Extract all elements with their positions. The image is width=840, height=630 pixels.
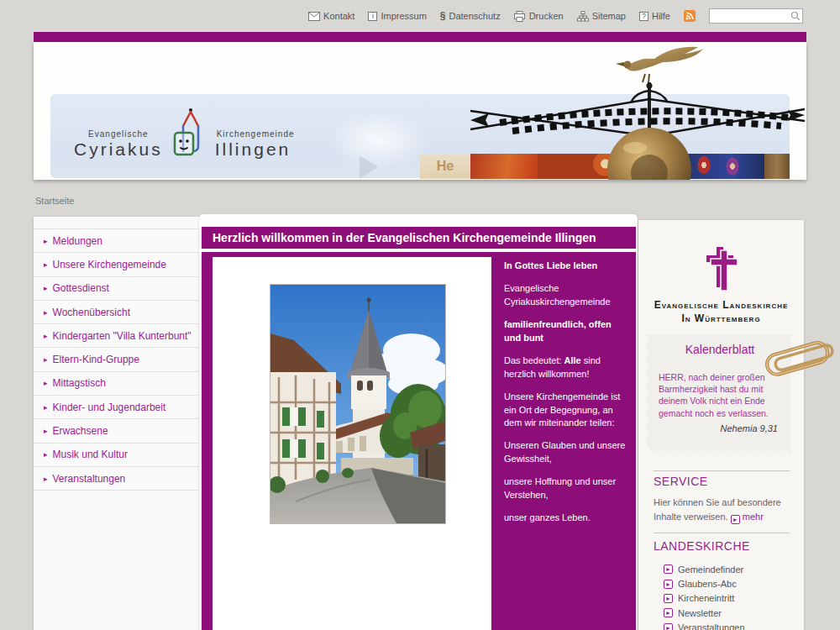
welcome-p1: Evangelische Cyriakuskirchengemeinde: [504, 282, 630, 309]
envelope-icon: [308, 11, 320, 22]
service-text: Hier können Sie auf besondere Inhalte ve…: [654, 496, 790, 524]
rss-icon[interactable]: [684, 10, 696, 22]
parish-logo: Evangelische Cyriakus Kirchengemeinde Il…: [74, 108, 295, 160]
link-newsletter[interactable]: ►Newsletter: [664, 606, 745, 620]
weathervane-image: [454, 42, 806, 180]
divider: [654, 470, 790, 471]
divider: [654, 533, 790, 533]
info-icon: i: [368, 12, 377, 21]
top-utility-bar: Kontakt i Impressum § Datenschutz Drucke…: [0, 0, 840, 32]
left-sidebar: ▸Meldungen ▸Unsere Kirchengemeinde ▸Gott…: [34, 217, 200, 630]
landeskirche-cross-icon: [703, 244, 740, 291]
welcome-p6: unsere Hoffnung und unser Verstehen,: [504, 475, 630, 502]
sitemap-label: Sitemap: [592, 11, 626, 21]
header-banner: He: [34, 42, 806, 180]
kalenderblatt-widget: Kalenderblatt HERR, nach deiner großen B…: [645, 334, 791, 454]
sidebar-item-wochenuebersicht[interactable]: ▸Wochenübersicht: [34, 301, 200, 324]
datenschutz-label: Datenschutz: [449, 11, 501, 21]
page-title: Herzlich willkommen in der Evangelischen…: [202, 227, 636, 249]
photo-panel: [213, 257, 491, 630]
collage-chevron: [360, 155, 378, 179]
link-veranstaltungen[interactable]: ►Veranstaltungen: [664, 621, 745, 630]
logo-line-evangelische: Evangelische: [74, 129, 163, 139]
welcome-p3: Das bedeutet: Alle sind herzlich willkom…: [504, 354, 630, 381]
landeskirche-logo[interactable]: Evangelische Landeskirche In Württemberg: [638, 244, 804, 325]
welcome-p5: Unseren Glauben und unsere Gewissheit,: [504, 439, 630, 466]
impressum-label: Impressum: [381, 11, 426, 21]
impressum-link[interactable]: i Impressum: [368, 11, 426, 21]
kontakt-link[interactable]: Kontakt: [308, 11, 354, 22]
welcome-p2: familienfreundlich, offen und bunt: [504, 318, 630, 345]
sidebar-item-veranstaltungen[interactable]: ▸Veranstaltungen: [34, 467, 200, 491]
play-icon: ►: [731, 515, 740, 524]
service-title: SERVICE: [654, 475, 708, 488]
search-icon[interactable]: [790, 11, 801, 21]
triangle-bullet-icon: ▸: [44, 284, 48, 292]
right-sidebar: Evangelische Landeskirche In Württemberg…: [638, 220, 804, 630]
triangle-bullet-icon: ▸: [44, 355, 48, 364]
hilfe-label: Hilfe: [652, 11, 670, 21]
paragraph-icon: §: [440, 10, 446, 22]
kontakt-label: Kontakt: [323, 11, 354, 21]
main-content-card: Herzlich willkommen in der Evangelischen…: [199, 214, 638, 630]
kalenderblatt-reference: Nehemia 9,31: [659, 423, 781, 433]
triangle-bullet-icon: ▸: [44, 308, 48, 317]
triangle-bullet-icon: ▸: [44, 260, 48, 269]
page: Kontakt i Impressum § Datenschutz Drucke…: [0, 0, 840, 630]
drucken-link[interactable]: Drucken: [514, 11, 564, 22]
sidebar-item-eltern-kind-gruppe[interactable]: ▸Eltern-Kind-Gruppe: [34, 348, 200, 371]
sidebar-item-unsere-kirchengemeinde[interactable]: ▸Unsere Kirchengemeinde: [34, 253, 200, 276]
sitemap-icon: [577, 11, 589, 22]
datenschutz-link[interactable]: § Datenschutz: [440, 10, 501, 22]
sidebar-item-kinder-und-jugendarbeit[interactable]: ▸Kinder- und Jugendarbeit: [34, 396, 200, 419]
sitemap-link[interactable]: Sitemap: [577, 11, 626, 22]
triangle-bullet-icon: ▸: [44, 450, 48, 459]
search-input[interactable]: [709, 8, 803, 24]
triangle-bullet-icon: ▸: [44, 475, 48, 483]
triangle-bullet-icon: ▸: [44, 427, 48, 435]
landeskirche-name: Evangelische Landeskirche In Württemberg: [638, 299, 804, 325]
sidebar-item-mittagstisch[interactable]: ▸Mittagstisch: [34, 372, 200, 396]
logo-place-illingen: Illingen: [215, 139, 295, 160]
main-menu: ▸Meldungen ▸Unsere Kirchengemeinde ▸Gott…: [34, 228, 200, 491]
link-gemeindefinder[interactable]: ►Gemeindefinder: [664, 562, 745, 576]
sidebar-item-erwachsene[interactable]: ▸Erwachsene: [34, 419, 200, 443]
play-icon: ►: [664, 580, 673, 589]
link-kircheneintritt[interactable]: ►Kircheneintritt: [664, 591, 745, 606]
welcome-lead: In Gottes Liebe leben: [504, 260, 630, 273]
sidebar-item-kindergarten[interactable]: ▸Kindergarten "Villa Kunterbunt": [34, 324, 200, 348]
paperclip-icon: [761, 336, 838, 380]
sidebar-item-musik-und-kultur[interactable]: ▸Musik und Kultur: [34, 444, 200, 467]
play-icon: ►: [664, 623, 673, 630]
play-icon: ►: [664, 608, 673, 617]
welcome-p4: Unsere Kirchengemeinde ist ein Ort der B…: [504, 391, 630, 431]
breadcrumb[interactable]: Startseite: [35, 196, 74, 206]
church-drawing-icon: [173, 108, 205, 160]
link-glaubens-abc[interactable]: ►Glaubens-Abc: [664, 576, 745, 591]
weathervane-bird: [616, 47, 703, 82]
drucken-label: Drucken: [529, 11, 564, 21]
question-icon: ?: [639, 12, 648, 21]
printer-icon: [514, 11, 526, 22]
sidebar-item-meldungen[interactable]: ▸Meldungen: [34, 229, 200, 253]
search-box: [709, 8, 803, 24]
landeskirche-links: ►Gemeindefinder ►Glaubens-Abc ►Kirchenei…: [664, 562, 745, 630]
triangle-bullet-icon: ▸: [44, 403, 48, 412]
triangle-bullet-icon: ▸: [44, 237, 48, 245]
triangle-bullet-icon: ▸: [44, 379, 48, 387]
sidebar-item-gottesdienst[interactable]: ▸Gottesdienst: [34, 277, 200, 301]
logo-name-cyriakus: Cyriakus: [74, 139, 163, 160]
logo-line-kirchengemeinde: Kirchengemeinde: [217, 129, 295, 139]
welcome-p7: unser ganzes Leben.: [504, 512, 630, 525]
play-icon: ►: [664, 594, 673, 603]
service-mehr-link[interactable]: mehr: [743, 512, 764, 522]
header-accent-bar: [34, 32, 806, 42]
welcome-text: In Gottes Liebe leben Evangelische Cyria…: [504, 260, 630, 534]
church-photo: [270, 284, 446, 524]
landeskirche-title: LANDESKIRCHE: [654, 539, 750, 553]
hilfe-link[interactable]: ? Hilfe: [639, 11, 670, 21]
welcome-box: In Gottes Liebe leben Evangelische Cyria…: [202, 252, 636, 630]
play-icon: ►: [664, 564, 673, 574]
triangle-bullet-icon: ▸: [44, 332, 48, 340]
